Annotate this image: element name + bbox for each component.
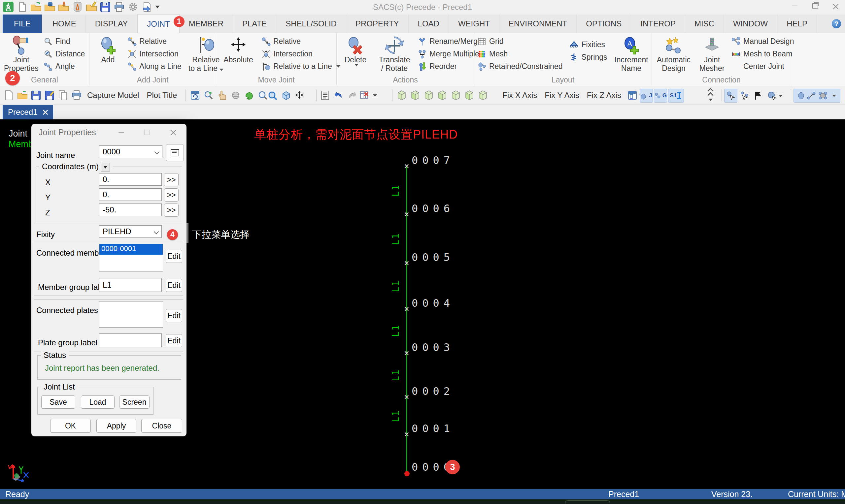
mesh-button[interactable]: Mesh (477, 48, 562, 60)
document-tab-preced1[interactable]: Preced1 (3, 105, 53, 120)
view-cube-icon[interactable] (423, 89, 435, 102)
tab-options[interactable]: OPTIONS (577, 15, 631, 33)
plate-group-input[interactable] (99, 334, 162, 347)
selected-joint-marker[interactable] (404, 471, 410, 476)
minimize-button[interactable] (788, 1, 802, 11)
display-options-icon[interactable] (319, 89, 331, 102)
angle-button[interactable]: Angle (43, 61, 85, 72)
joint-marker-0007[interactable]: × (404, 161, 409, 171)
select-member-icon[interactable] (738, 89, 751, 102)
select-flag-icon[interactable] (752, 89, 764, 102)
y-input[interactable]: 0. (99, 188, 162, 201)
tab-load[interactable]: LOAD (409, 15, 449, 33)
capture-model-button[interactable]: Capture Model (84, 89, 142, 102)
export-icon[interactable] (141, 1, 153, 13)
tab-close-icon[interactable] (42, 109, 48, 115)
connected-members-list[interactable]: 0000-0001 (99, 244, 163, 271)
pan-icon[interactable] (216, 89, 228, 102)
screen-button[interactable]: Screen (119, 395, 149, 409)
delete-labels-icon[interactable] (359, 89, 377, 102)
y-expand-button[interactable]: >> (164, 188, 179, 201)
undo-icon[interactable] (332, 89, 345, 102)
merge-multiple-button[interactable]: Merge Multiple (417, 48, 482, 60)
print-model-icon[interactable] (70, 89, 83, 102)
quick-access-dropdown-icon[interactable] (155, 6, 160, 8)
dialog-close-button[interactable] (167, 127, 180, 138)
joint-marker-0001[interactable]: × (404, 429, 409, 439)
fix-x-axis-button[interactable]: Fix X Axis (499, 89, 540, 102)
find-button[interactable]: Find (43, 36, 85, 47)
mesh-to-beam-button[interactable]: Mesh to Beam (731, 48, 794, 60)
springs-button[interactable]: Springs (569, 52, 607, 63)
save-button[interactable]: Save (41, 395, 75, 409)
orbit-icon[interactable] (229, 89, 242, 102)
connected-member-item-selected[interactable]: 0000-0001 (99, 244, 163, 255)
increment-name-button[interactable]: A Increment Name (610, 34, 652, 73)
automatic-design-button[interactable]: Automatic Design (654, 34, 693, 73)
view-cube-icon[interactable] (395, 89, 408, 102)
ok-button[interactable]: OK (50, 419, 91, 433)
new-model-icon[interactable] (3, 89, 15, 102)
save-icon[interactable] (99, 1, 111, 13)
dialog-minimize-button[interactable] (115, 127, 128, 138)
restore-button[interactable] (809, 1, 822, 11)
tab-plate[interactable]: PLATE (233, 15, 276, 33)
retained-constrained-button[interactable]: Retained/Constrained (477, 61, 562, 72)
fixity-combo[interactable]: PILEHD (99, 225, 162, 238)
joint-marker-0006[interactable]: × (404, 209, 409, 219)
joint-labels-toggle-icon[interactable]: J (640, 89, 653, 103)
refresh-view-icon[interactable] (189, 89, 201, 102)
view-cube-icon[interactable] (463, 89, 476, 102)
reorder-button[interactable]: Reorder (417, 61, 482, 72)
fix-y-axis-button[interactable]: Fix Y Axis (541, 89, 582, 102)
joint-marker-0003[interactable]: × (404, 348, 409, 358)
zoom-extents-icon[interactable] (266, 89, 279, 102)
select-lasso-icon[interactable] (765, 89, 784, 102)
open-folder-icon[interactable] (30, 1, 42, 13)
group-labels-toggle-icon[interactable]: G (654, 89, 667, 103)
move-relative-to-a-line-button[interactable]: Relative to a Line (261, 61, 340, 72)
view-cube-icon[interactable] (450, 89, 462, 102)
joint-marker-0004[interactable]: × (404, 304, 409, 314)
tab-weight[interactable]: WEIGHT (449, 15, 499, 33)
distance-button[interactable]: Distance (43, 48, 85, 60)
save-as-icon[interactable] (43, 89, 56, 102)
settings-gear-icon[interactable] (127, 1, 139, 13)
manual-design-button[interactable]: Manual Design (731, 36, 794, 47)
tab-interop[interactable]: INTEROP (631, 15, 685, 33)
tab-help[interactable]: HELP (777, 15, 817, 33)
edit-plate-group-button[interactable]: Edit (166, 334, 182, 347)
coordinates-dropdown-icon[interactable] (101, 163, 110, 172)
joint-name-combo[interactable]: 0000 (99, 145, 162, 158)
edit-members-button[interactable]: Edit (166, 250, 182, 263)
joint-mesher-button[interactable]: Joint Mesher (696, 34, 728, 73)
x-expand-button[interactable]: >> (164, 173, 179, 186)
tab-property[interactable]: PROPERTY (346, 15, 409, 33)
apply-button[interactable]: Apply (96, 419, 136, 433)
segment-labels-toggle-icon[interactable]: S1 (668, 89, 684, 103)
member-group-input[interactable]: L1 (99, 278, 162, 292)
tab-member[interactable]: MEMBER (179, 15, 233, 33)
save-model-icon[interactable] (30, 89, 42, 102)
close-button[interactable] (829, 1, 842, 11)
add-joint-button[interactable]: Add (92, 34, 124, 65)
move-absolute-button[interactable]: Absolute (219, 34, 258, 65)
open-model-icon[interactable] (57, 1, 70, 13)
new-file-icon[interactable] (16, 1, 29, 13)
zoom-in-icon[interactable] (203, 89, 215, 102)
joint-properties-button[interactable]: Joint Properties (3, 34, 40, 73)
print-icon[interactable] (113, 1, 125, 13)
edit-folder-icon[interactable] (85, 1, 98, 13)
plot-title-button[interactable]: Plot Title (143, 89, 180, 102)
z-input[interactable]: -50. (99, 203, 162, 216)
pick-mode-group[interactable] (793, 89, 840, 103)
rename-merge-button[interactable]: Rename/Merge (417, 36, 482, 47)
view-cube-icon[interactable] (477, 89, 489, 102)
open-icon[interactable] (16, 89, 29, 102)
tab-misc[interactable]: MISC (685, 15, 724, 33)
connected-plates-list[interactable] (99, 301, 163, 327)
volume-box-icon[interactable] (280, 89, 292, 102)
rotate-icon[interactable] (243, 89, 256, 102)
fixities-button[interactable]: Fixities (569, 39, 607, 51)
open-database-icon[interactable] (43, 1, 56, 13)
